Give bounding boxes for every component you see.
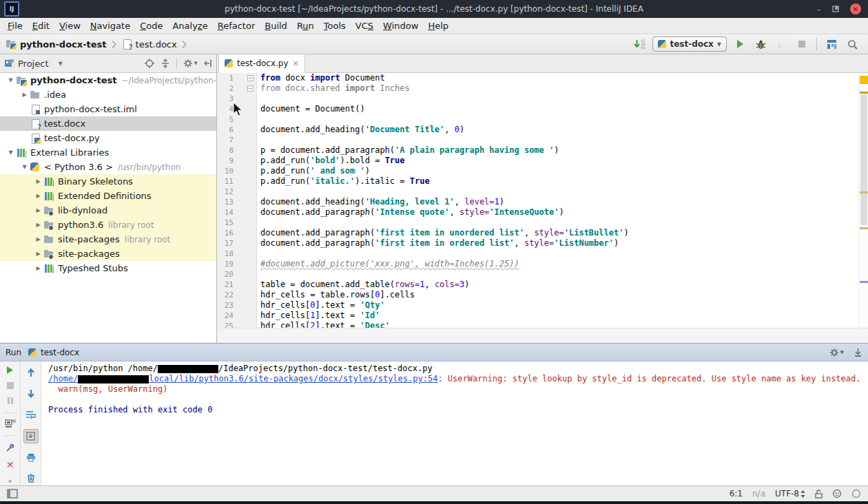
menu-item-navigate[interactable]: Navigate	[85, 19, 135, 32]
code-line[interactable]: document = Document()	[258, 104, 858, 114]
code-line[interactable]: table = document.add_table(rows=1, cols=…	[258, 280, 858, 290]
fold-marker-icon[interactable]: –	[247, 75, 254, 81]
editor-code-area[interactable]: from docx import Documentfrom docx.share…	[258, 73, 858, 328]
scroll-to-end-icon[interactable]	[23, 429, 39, 443]
soft-wrap-icon[interactable]	[23, 408, 39, 422]
hide-panel-icon[interactable]	[854, 348, 862, 357]
down-stack-trace-icon[interactable]	[23, 387, 39, 401]
code-line[interactable]: p = document.add_paragraph('A plain para…	[258, 145, 858, 156]
pin-icon[interactable]	[3, 443, 18, 452]
code-line[interactable]: from docx.shared import Inches	[258, 83, 858, 94]
gear-icon[interactable]: ▼	[829, 348, 844, 357]
code-line[interactable]	[258, 269, 858, 280]
code-line[interactable]	[258, 218, 858, 228]
chevron-collapsed-icon[interactable]: ▶	[33, 222, 43, 228]
code-line[interactable]: document.add_paragraph('Intense quote', …	[258, 207, 858, 218]
editor-horizontal-scrollbar[interactable]	[217, 328, 868, 343]
tree-item-typeshed-stubs[interactable]: ▶Typeshed Stubs	[0, 261, 216, 275]
run-configuration-select[interactable]: test-docx ▼	[652, 36, 727, 52]
code-line[interactable]: hdr_cells[0].text = 'Qty'	[258, 300, 858, 311]
code-line[interactable]: p.add_run('bold').bold = True	[258, 156, 858, 166]
code-editor[interactable]: 1–2–345678910111213141516171819202122232…	[217, 73, 868, 328]
project-panel-title[interactable]: Project	[18, 59, 48, 69]
tree-item-python3-6[interactable]: ▶python3.6library root	[0, 218, 216, 232]
code-line[interactable]: p.add_run('italic.').italic = True	[258, 176, 858, 187]
chevron-collapsed-icon[interactable]: ▶	[19, 92, 30, 98]
tree-item-lib-dynload[interactable]: ▶lib-dynload	[0, 203, 216, 218]
menu-item-view[interactable]: View	[54, 19, 85, 32]
breadcrumb-item[interactable]: test.docx	[136, 39, 177, 50]
search-everywhere-icon[interactable]	[845, 36, 860, 52]
code-line[interactable]: document.add_heading('Heading, level 1',…	[258, 197, 858, 207]
scrollbar-warning-mark[interactable]	[860, 281, 868, 283]
menu-item-build[interactable]: Build	[260, 19, 292, 32]
code-line[interactable]: hdr_cells = table.rows[0].cells	[258, 290, 858, 300]
caret-position[interactable]: 6:1	[730, 489, 743, 498]
run-button[interactable]	[732, 36, 747, 52]
more-options-icon[interactable]: »	[3, 477, 18, 485]
menu-item-tools[interactable]: Tools	[319, 19, 351, 32]
chevron-expanded-icon[interactable]: ▼	[6, 149, 16, 156]
chevron-collapsed-icon[interactable]: ▶	[33, 178, 43, 185]
chevron-collapsed-icon[interactable]: ▶	[33, 236, 43, 242]
hide-panel-icon[interactable]	[204, 59, 212, 68]
menu-item-edit[interactable]: Edit	[28, 19, 54, 32]
chevron-collapsed-icon[interactable]: ▶	[33, 265, 43, 271]
tree-item-test-docx-py[interactable]: test-docx.py	[0, 131, 216, 145]
clear-all-icon[interactable]	[23, 471, 39, 485]
code-line[interactable]	[258, 94, 858, 104]
print-icon[interactable]	[23, 450, 39, 465]
code-line[interactable]	[258, 249, 858, 259]
code-line[interactable]: document.add_heading('Document Title', 0…	[258, 125, 858, 135]
tree-item--python-3-6-[interactable]: ▼< Python 3.6 >/usr/bin/python	[0, 160, 216, 174]
hector-inspections-icon[interactable]	[832, 489, 842, 498]
fold-marker-icon[interactable]: –	[247, 85, 254, 92]
toolwindow-toggle-icon[interactable]	[7, 489, 18, 499]
rerun-button[interactable]	[3, 366, 18, 375]
tree-item-external-libraries[interactable]: ▼External Libraries	[0, 145, 216, 160]
code-line[interactable]: document.add_paragraph('first item in un…	[258, 228, 858, 238]
tree-item-site-packages[interactable]: ▶site-packageslibrary root	[0, 232, 216, 246]
debug-button[interactable]	[753, 36, 768, 52]
menu-item-analyze[interactable]: Analyze	[167, 19, 212, 32]
chevron-expanded-icon[interactable]: ▼	[19, 164, 30, 170]
code-line[interactable]	[258, 114, 858, 125]
editor-scrollbar[interactable]	[858, 73, 868, 328]
close-console-icon[interactable]: ✕	[3, 459, 18, 470]
menu-item-refactor[interactable]: Refactor	[213, 19, 260, 32]
menu-item-file[interactable]: File	[3, 19, 28, 32]
run-console-output[interactable]: /usr/bin/python /home//IdeaProjects/pyth…	[41, 361, 868, 485]
menu-item-vcs[interactable]: VCS	[351, 19, 378, 32]
maximize-button[interactable]	[832, 6, 839, 12]
tree-item--idea[interactable]: ▶.idea	[0, 87, 216, 102]
lock-icon[interactable]	[815, 490, 823, 498]
line-separator[interactable]: n/a	[752, 489, 765, 498]
code-line[interactable]	[258, 187, 858, 197]
scrollbar-warning-mark[interactable]	[860, 92, 868, 94]
code-line[interactable]: #document.add_picture('xxx.png', width=I…	[258, 259, 858, 269]
chevron-collapsed-icon[interactable]: ▶	[33, 193, 43, 199]
locate-file-icon[interactable]	[145, 59, 154, 68]
show-running-list-icon[interactable]	[3, 419, 18, 428]
code-line[interactable]: hdr_cells[2].text = 'Desc'	[258, 321, 858, 328]
tree-item-binary-skeletons[interactable]: ▶Binary Skeletons	[0, 174, 216, 189]
gear-icon[interactable]: ▼	[183, 59, 198, 68]
chevron-down-icon[interactable]: ▼	[58, 61, 62, 67]
code-line[interactable]: document.add_paragraph('first item in or…	[258, 238, 858, 249]
scrollbar-warning-mark[interactable]	[860, 76, 868, 84]
notifications-icon[interactable]	[851, 489, 861, 498]
tree-item-python-docx-test-iml[interactable]: python-docx-test.iml	[0, 102, 216, 116]
up-stack-trace-icon[interactable]	[23, 366, 39, 380]
code-line[interactable]	[258, 135, 858, 145]
menu-item-run[interactable]: Run	[292, 19, 319, 32]
code-line[interactable]: from docx import Document	[258, 73, 858, 83]
tree-item-python-docx-test[interactable]: ▼python-docx-test~/IdeaProjects/python-d…	[0, 73, 216, 87]
code-line[interactable]: p.add_run(' and som ')	[258, 166, 858, 176]
menu-item-code[interactable]: Code	[135, 19, 167, 32]
code-line[interactable]: hdr_cells[1].text = 'Id'	[258, 311, 858, 321]
tree-item-test-docx[interactable]: ?test.docx	[0, 116, 216, 131]
minimize-button[interactable]: –	[817, 5, 822, 14]
tab-test-docx-py[interactable]: test-docx.py ✕	[218, 54, 305, 73]
scrollbar-thumb[interactable]	[860, 94, 867, 225]
tree-item-extended-definitions[interactable]: ▶Extended Definitions	[0, 189, 216, 203]
